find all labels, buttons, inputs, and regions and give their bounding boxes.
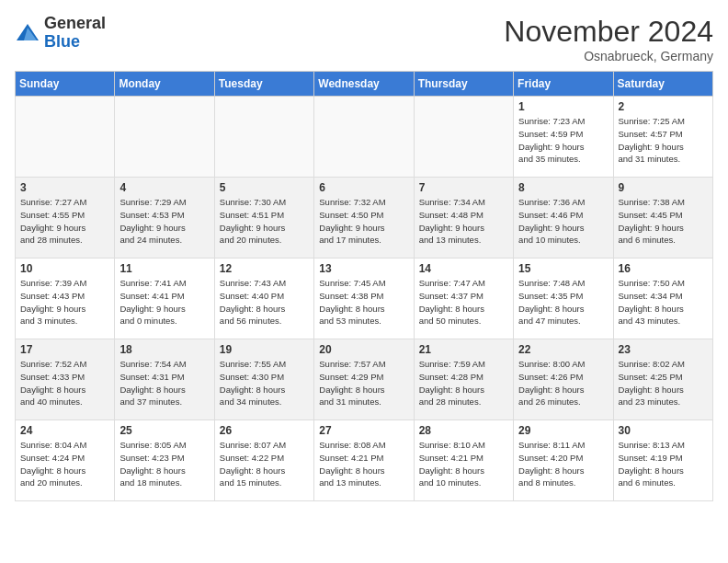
day-info: Sunrise: 7:57 AM Sunset: 4:29 PM Dayligh…: [319, 358, 408, 408]
day-info: Sunrise: 8:11 AM Sunset: 4:20 PM Dayligh…: [518, 439, 608, 489]
calendar-header-row: SundayMondayTuesdayWednesdayThursdayFrid…: [16, 72, 713, 97]
day-number: 12: [220, 262, 309, 275]
logo-general-text: General: [44, 14, 106, 32]
day-info: Sunrise: 7:23 AM Sunset: 4:59 PM Dayligh…: [518, 115, 608, 166]
day-info: Sunrise: 8:08 AM Sunset: 4:21 PM Dayligh…: [319, 439, 408, 489]
day-number: 3: [20, 181, 109, 194]
day-info: Sunrise: 7:45 AM Sunset: 4:38 PM Dayligh…: [319, 277, 408, 327]
day-number: 30: [619, 424, 708, 437]
calendar-cell: 21Sunrise: 7:59 AM Sunset: 4:28 PM Dayli…: [414, 339, 513, 420]
day-info: Sunrise: 8:05 AM Sunset: 4:23 PM Dayligh…: [119, 439, 209, 489]
day-number: 13: [319, 262, 408, 275]
day-info: Sunrise: 7:36 AM Sunset: 4:46 PM Dayligh…: [518, 196, 608, 247]
day-info: Sunrise: 8:00 AM Sunset: 4:26 PM Dayligh…: [518, 358, 608, 408]
day-number: 11: [119, 262, 209, 275]
day-info: Sunrise: 7:54 AM Sunset: 4:31 PM Dayligh…: [119, 358, 209, 408]
day-info: Sunrise: 7:47 AM Sunset: 4:37 PM Dayligh…: [419, 277, 508, 327]
calendar-cell: 8Sunrise: 7:36 AM Sunset: 4:46 PM Daylig…: [514, 178, 613, 259]
day-number: 24: [20, 424, 109, 437]
calendar-cell: 5Sunrise: 7:30 AM Sunset: 4:51 PM Daylig…: [214, 178, 313, 259]
calendar-cell: 1Sunrise: 7:23 AM Sunset: 4:59 PM Daylig…: [514, 97, 613, 178]
calendar-table: SundayMondayTuesdayWednesdayThursdayFrid…: [15, 71, 713, 501]
calendar-cell: [414, 97, 513, 178]
day-number: 8: [518, 181, 608, 194]
day-number: 6: [319, 181, 408, 194]
day-number: 25: [119, 424, 209, 437]
day-info: Sunrise: 7:48 AM Sunset: 4:35 PM Dayligh…: [518, 277, 608, 327]
day-number: 29: [518, 424, 608, 437]
calendar-cell: 25Sunrise: 8:05 AM Sunset: 4:23 PM Dayli…: [115, 420, 214, 501]
calendar-cell: 12Sunrise: 7:43 AM Sunset: 4:40 PM Dayli…: [214, 259, 313, 339]
header-wednesday: Wednesday: [314, 72, 414, 97]
day-info: Sunrise: 7:43 AM Sunset: 4:40 PM Dayligh…: [220, 277, 309, 327]
day-info: Sunrise: 7:27 AM Sunset: 4:55 PM Dayligh…: [20, 196, 109, 247]
calendar-cell: 3Sunrise: 7:27 AM Sunset: 4:55 PM Daylig…: [16, 178, 115, 259]
calendar-week-row: 3Sunrise: 7:27 AM Sunset: 4:55 PM Daylig…: [16, 178, 713, 259]
day-info: Sunrise: 8:10 AM Sunset: 4:21 PM Dayligh…: [419, 439, 508, 489]
day-info: Sunrise: 7:29 AM Sunset: 4:53 PM Dayligh…: [119, 196, 209, 247]
day-number: 21: [419, 343, 508, 356]
calendar-cell: 6Sunrise: 7:32 AM Sunset: 4:50 PM Daylig…: [314, 178, 414, 259]
calendar-cell: [314, 97, 414, 178]
day-number: 23: [619, 343, 708, 356]
day-info: Sunrise: 7:59 AM Sunset: 4:28 PM Dayligh…: [419, 358, 508, 408]
day-number: 22: [518, 343, 608, 356]
day-info: Sunrise: 8:02 AM Sunset: 4:25 PM Dayligh…: [619, 358, 708, 408]
page-header: General Blue November 2024 Osnabrueck, G…: [15, 15, 713, 63]
header-sunday: Sunday: [16, 72, 115, 97]
calendar-cell: 20Sunrise: 7:57 AM Sunset: 4:29 PM Dayli…: [314, 339, 414, 420]
logo: General Blue: [15, 15, 106, 52]
calendar-cell: 16Sunrise: 7:50 AM Sunset: 4:34 PM Dayli…: [613, 259, 712, 339]
calendar-cell: 4Sunrise: 7:29 AM Sunset: 4:53 PM Daylig…: [115, 178, 214, 259]
day-info: Sunrise: 7:25 AM Sunset: 4:57 PM Dayligh…: [619, 115, 708, 166]
title-block: November 2024 Osnabrueck, Germany: [504, 15, 713, 63]
calendar-week-row: 24Sunrise: 8:04 AM Sunset: 4:24 PM Dayli…: [16, 420, 713, 501]
calendar-cell: 28Sunrise: 8:10 AM Sunset: 4:21 PM Dayli…: [414, 420, 513, 501]
day-info: Sunrise: 7:30 AM Sunset: 4:51 PM Dayligh…: [220, 196, 309, 247]
calendar-cell: 17Sunrise: 7:52 AM Sunset: 4:33 PM Dayli…: [16, 339, 115, 420]
day-info: Sunrise: 7:38 AM Sunset: 4:45 PM Dayligh…: [619, 196, 708, 247]
calendar-cell: 14Sunrise: 7:47 AM Sunset: 4:37 PM Dayli…: [414, 259, 513, 339]
day-number: 7: [419, 181, 508, 194]
calendar-cell: 29Sunrise: 8:11 AM Sunset: 4:20 PM Dayli…: [514, 420, 613, 501]
day-number: 4: [119, 181, 209, 194]
logo-blue-text: Blue: [44, 32, 80, 51]
logo-icon: [15, 20, 40, 46]
day-number: 1: [518, 100, 608, 113]
header-thursday: Thursday: [414, 72, 513, 97]
day-number: 17: [20, 343, 109, 356]
day-info: Sunrise: 8:04 AM Sunset: 4:24 PM Dayligh…: [20, 439, 109, 489]
day-info: Sunrise: 7:41 AM Sunset: 4:41 PM Dayligh…: [119, 277, 209, 327]
calendar-cell: 9Sunrise: 7:38 AM Sunset: 4:45 PM Daylig…: [613, 178, 712, 259]
calendar-cell: 27Sunrise: 8:08 AM Sunset: 4:21 PM Dayli…: [314, 420, 414, 501]
day-number: 19: [220, 343, 309, 356]
day-info: Sunrise: 7:34 AM Sunset: 4:48 PM Dayligh…: [419, 196, 508, 247]
calendar-cell: 23Sunrise: 8:02 AM Sunset: 4:25 PM Dayli…: [613, 339, 712, 420]
day-number: 5: [220, 181, 309, 194]
calendar-cell: 18Sunrise: 7:54 AM Sunset: 4:31 PM Dayli…: [115, 339, 214, 420]
header-monday: Monday: [115, 72, 214, 97]
month-title: November 2024: [504, 15, 713, 49]
day-number: 14: [419, 262, 508, 275]
day-info: Sunrise: 7:55 AM Sunset: 4:30 PM Dayligh…: [220, 358, 309, 408]
calendar-cell: 15Sunrise: 7:48 AM Sunset: 4:35 PM Dayli…: [514, 259, 613, 339]
location: Osnabrueck, Germany: [504, 49, 713, 63]
day-number: 16: [619, 262, 708, 275]
calendar-cell: 26Sunrise: 8:07 AM Sunset: 4:22 PM Dayli…: [214, 420, 313, 501]
calendar-cell: [16, 97, 115, 178]
day-info: Sunrise: 8:13 AM Sunset: 4:19 PM Dayligh…: [619, 439, 708, 489]
day-info: Sunrise: 7:52 AM Sunset: 4:33 PM Dayligh…: [20, 358, 109, 408]
day-number: 15: [518, 262, 608, 275]
day-number: 10: [20, 262, 109, 275]
day-number: 28: [419, 424, 508, 437]
calendar-cell: 22Sunrise: 8:00 AM Sunset: 4:26 PM Dayli…: [514, 339, 613, 420]
day-info: Sunrise: 8:07 AM Sunset: 4:22 PM Dayligh…: [220, 439, 309, 489]
day-number: 9: [619, 181, 708, 194]
header-tuesday: Tuesday: [214, 72, 313, 97]
calendar-cell: 13Sunrise: 7:45 AM Sunset: 4:38 PM Dayli…: [314, 259, 414, 339]
header-saturday: Saturday: [613, 72, 712, 97]
calendar-cell: 24Sunrise: 8:04 AM Sunset: 4:24 PM Dayli…: [16, 420, 115, 501]
day-info: Sunrise: 7:50 AM Sunset: 4:34 PM Dayligh…: [619, 277, 708, 327]
calendar-week-row: 10Sunrise: 7:39 AM Sunset: 4:43 PM Dayli…: [16, 259, 713, 339]
calendar-cell: 19Sunrise: 7:55 AM Sunset: 4:30 PM Dayli…: [214, 339, 313, 420]
